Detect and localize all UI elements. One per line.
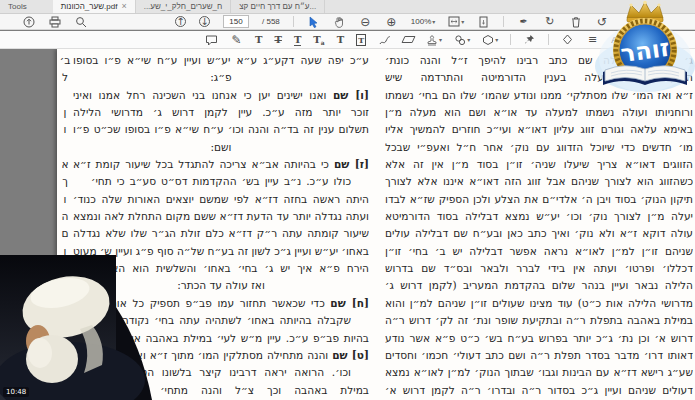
text-box-icon[interactable]: T — [356, 34, 366, 46]
margin-letter: ו — [59, 191, 71, 208]
text-line: פ״ג: — [73, 69, 369, 86]
text-line: תשלום ענין זה בד״ה והנה וכו׳ ע״ח שי״א פ״… — [73, 121, 369, 138]
select-tool-icon[interactable] — [307, 15, 320, 28]
text-line: שע״ג רישא דז״א עם הבינות וגבו׳ שבתוך הנו… — [385, 364, 693, 381]
toolbar-divider — [548, 34, 549, 45]
text-line: יעלה מ״ן לצורך נוק׳ וכו׳ יע״ש נמצא דבליל… — [385, 208, 693, 225]
chevron-down-icon: ▾ — [439, 36, 442, 43]
fill-color-icon[interactable] — [561, 33, 574, 46]
close-tab-icon[interactable]: × — [121, 2, 126, 11]
page-display-icon[interactable] — [477, 15, 490, 28]
text-line: היתה ראשה בחזה דז״א לפי שמשם יוצאים האור… — [73, 191, 369, 208]
strikethrough-text-icon[interactable]: T — [274, 34, 281, 45]
text-line: זוכר יותר מזה ע״כ. עיין לקמן דרוש ג׳ מדר… — [73, 104, 369, 121]
zoom-level-dropdown[interactable]: 100%▾ — [411, 17, 435, 26]
previous-page-icon[interactable]: ↑ — [175, 16, 186, 27]
draw-icon[interactable] — [378, 33, 391, 46]
page-count-label: / 558 — [262, 17, 280, 26]
hand-tool-icon[interactable] — [333, 15, 346, 28]
tab-document-active[interactable]: שער_הכוונות.pdf × — [53, 0, 136, 13]
text-line: ושם: — [73, 139, 369, 156]
highlight-text-icon[interactable]: T — [255, 34, 262, 45]
text-line: ע״כ יפה שעה דקע״ג ע״א יע״ש ועיין ע״ח שי״… — [73, 52, 369, 69]
send-signature-icon[interactable]: ↻ — [543, 15, 556, 28]
margin-letter: ב׳ — [59, 52, 71, 69]
tab-tools[interactable]: Tools — [0, 0, 35, 13]
text-line: [ז] שם כי בהיותה אב״א צריכה להתגדל בכל ש… — [73, 156, 369, 173]
tab-label: Tools — [8, 2, 27, 11]
margin-letter: ן — [59, 104, 71, 121]
zoom-out-icon[interactable]: ⊖ — [359, 15, 372, 28]
rabbi-photo — [0, 255, 152, 400]
chevron-down-icon: ▾ — [467, 36, 470, 43]
add-text-icon[interactable]: T — [337, 34, 344, 45]
text-column-right: ג׳ מדרושי הלילה שם כתב רבינו להיפך ז״ל ו… — [385, 52, 693, 399]
zoom-level-value: 100% — [411, 17, 431, 26]
pin-icon[interactable] — [523, 33, 536, 46]
text-line: תיקון הנוק׳ בסוד ויבן ה׳ אלדי״ם את הצלע … — [385, 191, 693, 208]
speaker-video-overlay: 10:48 — [0, 255, 152, 400]
text-line: מדרושי הלילה אות כ״ט) עוד מצינו שעולים ז… — [385, 295, 693, 312]
stamp-dropdown[interactable]: ▾ — [426, 34, 442, 46]
text-line: דעולים שניהם ועיין ג״כ בסדור ר״ה ובדרו׳ … — [385, 382, 693, 399]
print-icon[interactable] — [48, 15, 61, 28]
text-line: הזווגים דאו״א צריך שיעלו שניה׳ זו״ן בסוד… — [385, 156, 693, 173]
tab-document-2[interactable]: ...ח_שערים_חלק_י_שע — [136, 0, 232, 13]
tab-label: שער_הכוונות.pdf — [61, 2, 118, 11]
text-line: הלילה נבאר ועיין בנהר שלום בהקדמת המעריב… — [385, 277, 693, 294]
tab-label: ע״ח עם דרך חיים קצ... — [239, 2, 316, 11]
text-line: במילת באהבה בתפלת ר״ה ובתקיעת שופר ונת׳ … — [385, 312, 693, 329]
margin-letter: א — [59, 156, 71, 173]
margin-letter — [59, 139, 71, 156]
text-line: שניהם זו״ן למ״ן לאו״א נראה אפשר דבלילה י… — [385, 243, 693, 260]
margin-letter: ל — [59, 69, 71, 86]
toolbar-divider — [503, 16, 504, 27]
chevron-down-icon: ▾ — [461, 18, 464, 25]
margin-letter: ם — [59, 225, 71, 242]
tab-document-3[interactable]: ע״ח עם דרך חיים קצ... — [231, 0, 325, 13]
text-line: כשהזווג הוא לצורך שניהם אבל זווג הזה דאו… — [385, 173, 693, 190]
search-icon[interactable] — [74, 15, 87, 28]
text-line: עולה דוקא ז״א ולא נוק׳ ואיך כתב כאן ובע״… — [385, 225, 693, 242]
delete-icon[interactable] — [569, 15, 582, 28]
zohar-logo: זוהר — [591, 0, 695, 92]
text-line: ורוחניותו ועולה נשמתו למעלה עד או״א ושם … — [385, 104, 693, 121]
text-line: כולו ע״כ. נ״ב עיין בש׳ ההקדמות דס״ט סע״ב… — [73, 173, 369, 190]
share-icon[interactable] — [22, 15, 35, 28]
toolbar-divider — [510, 34, 511, 45]
toolbar-divider — [293, 16, 294, 27]
zoom-in-icon[interactable]: ⊕ — [385, 15, 398, 28]
pdf-page[interactable]: ב׳לןואךוהםןי׳אהעםא׳ ע״כ יפה שעה דקע״ג ע״… — [57, 49, 695, 400]
margin-letter: ך — [59, 173, 71, 190]
fit-page-dropdown[interactable]: ▾ — [448, 16, 464, 27]
margin-letter: ה — [59, 208, 71, 225]
next-page-icon[interactable]: ↓ — [199, 16, 210, 27]
attach-dropdown[interactable]: ▾ — [454, 34, 470, 46]
tab-label: ...ח_שערים_חלק_י_שע — [144, 2, 223, 11]
erase-icon[interactable] — [401, 36, 415, 43]
fill-sign-icon[interactable]: ✒ — [517, 15, 530, 28]
chevron-down-icon: ▾ — [495, 36, 498, 43]
margin-letter: ו — [59, 121, 71, 138]
pencil-icon[interactable]: ✎ — [230, 33, 243, 46]
text-line: שיעור קומתה עתה ר״ק דז״א כלם זולת הג״ר ש… — [73, 225, 369, 242]
sticky-note-icon[interactable] — [205, 33, 218, 46]
margin-letter — [59, 87, 71, 104]
shapes-dropdown[interactable]: ▾ — [482, 34, 498, 46]
text-line: דרוש א׳ וכן נת׳ ג״כ יותר בפרוש בע״ח בש׳ … — [385, 330, 693, 347]
text-line: באימא עלאה וגורם זווג עליון דאו״א ועי״כ … — [385, 121, 693, 138]
page-number-input[interactable]: 150 — [223, 15, 249, 28]
text-line: ועתה נגדלה יותר עד הדעת דז״א ששם מקום הת… — [73, 208, 369, 225]
text-line: דכללו׳ ופרטו׳ ועתה אין בידי לברר ולבאר ו… — [385, 260, 693, 277]
text-line: דאותו דרו׳ מדבר בסדר תפלת ר״ה ושם כתב דע… — [385, 347, 693, 364]
chevron-down-icon: ▾ — [432, 18, 435, 25]
video-timestamp: 10:48 — [3, 387, 29, 397]
insert-text-icon[interactable]: Ta — [313, 34, 324, 46]
text-line: מו׳ חדשים כדי שיוכל הזדווג עם נוק׳ אחר ח… — [385, 139, 693, 156]
text-comment-icon[interactable]: T — [294, 34, 301, 46]
text-line: [ו] שם ואנו ישינים יען כי אנחנו בני השכי… — [73, 87, 369, 104]
